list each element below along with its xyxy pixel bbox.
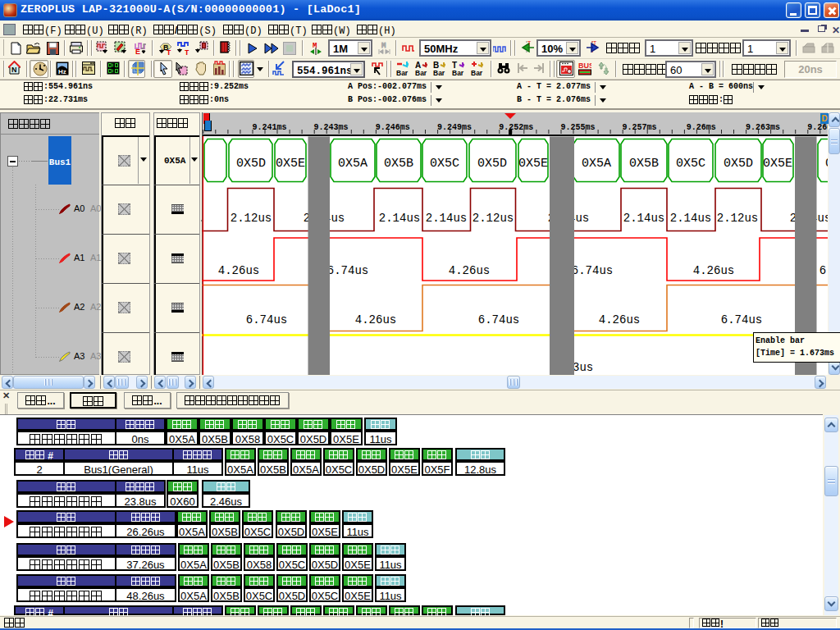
svg-text:M: M xyxy=(381,42,386,50)
svg-text:4.26us: 4.26us xyxy=(599,313,640,326)
svg-text:0X5A: 0X5A xyxy=(338,157,368,171)
svg-text:4.26us: 4.26us xyxy=(218,264,259,277)
svg-text:9.243ms: 9.243ms xyxy=(314,123,349,132)
svg-text:N: N xyxy=(11,66,17,74)
svg-text:0X5E: 0X5E xyxy=(763,157,792,171)
svg-text:Bar: Bar xyxy=(433,69,445,76)
svg-text:0X5D: 0X5D xyxy=(724,157,753,171)
svg-text:Hz: Hz xyxy=(58,68,66,75)
svg-text:9.257ms: 9.257ms xyxy=(623,123,657,132)
svg-text:9.263ms: 9.263ms xyxy=(746,123,780,132)
svg-text:0X5A: 0X5A xyxy=(825,157,828,171)
svg-text:4.26us: 4.26us xyxy=(355,313,396,326)
svg-text:2.14us: 2.14us xyxy=(379,212,420,225)
svg-text:T: T xyxy=(593,40,596,47)
svg-text:M: M xyxy=(313,42,317,50)
svg-text:2.14us: 2.14us xyxy=(426,212,467,225)
svg-text:9.249ms: 9.249ms xyxy=(437,123,472,132)
svg-text:6.74us: 6.74us xyxy=(572,264,613,277)
svg-text:0X5E: 0X5E xyxy=(276,157,305,171)
svg-text:Bar: Bar xyxy=(452,69,464,76)
svg-text:9.266ms: 9.266ms xyxy=(807,123,828,132)
svg-text:0X5E: 0X5E xyxy=(518,157,548,171)
svg-text:9.255ms: 9.255ms xyxy=(560,123,595,132)
svg-text:2.12us: 2.12us xyxy=(231,212,272,225)
svg-text:T: T xyxy=(527,40,531,47)
svg-text:T: T xyxy=(185,49,189,55)
svg-text:9.26ms: 9.26ms xyxy=(687,123,716,132)
svg-text:Bar: Bar xyxy=(396,69,409,76)
svg-text:T: T xyxy=(167,49,171,55)
svg-text:6.74us: 6.74us xyxy=(478,313,519,326)
svg-text:2.12us: 2.12us xyxy=(472,212,514,225)
svg-text:4.26us: 4.26us xyxy=(449,264,490,277)
svg-text:0X5B: 0X5B xyxy=(629,157,659,171)
svg-text:6.74us: 6.74us xyxy=(327,264,368,277)
svg-text:E: E xyxy=(135,48,140,55)
svg-text:Bar: Bar xyxy=(471,69,483,76)
svg-text:0X5C: 0X5C xyxy=(676,157,705,171)
svg-text:6.74us: 6.74us xyxy=(246,313,287,326)
svg-text:0X5C: 0X5C xyxy=(430,157,459,171)
svg-text:Bar: Bar xyxy=(415,69,427,76)
svg-text:4.26us: 4.26us xyxy=(693,264,734,277)
svg-text:9.246ms: 9.246ms xyxy=(376,123,410,132)
svg-text:0X5B: 0X5B xyxy=(384,157,413,171)
svg-text:9.241ms: 9.241ms xyxy=(252,123,286,132)
svg-text:6.74us: 6.74us xyxy=(721,313,762,326)
svg-text:2.14us: 2.14us xyxy=(670,212,711,225)
svg-text:6.74us: 6.74us xyxy=(819,264,828,277)
svg-text:0X5D: 0X5D xyxy=(477,157,507,171)
svg-text:0X5A: 0X5A xyxy=(582,157,611,171)
svg-text:9.252ms: 9.252ms xyxy=(499,123,533,132)
svg-text:2.14us: 2.14us xyxy=(623,212,664,225)
svg-text:BUS: BUS xyxy=(578,62,591,70)
svg-text:2.12us: 2.12us xyxy=(717,212,758,225)
svg-text:0X5D: 0X5D xyxy=(236,157,266,171)
